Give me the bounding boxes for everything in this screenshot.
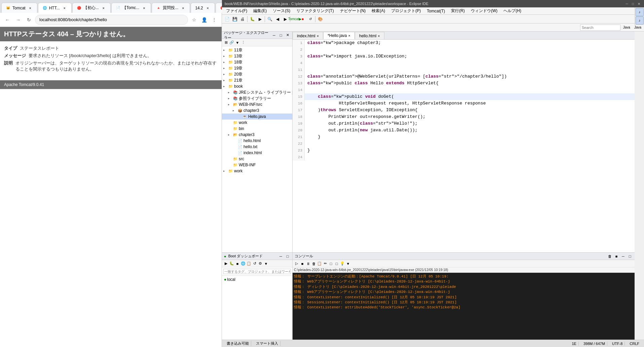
- browser-tab-tomcat[interactable]: 🐱 Tomcat ×: [1, 3, 37, 13]
- editor-tab[interactable]: hello.html×: [355, 32, 384, 39]
- close-tab-num[interactable]: ×: [205, 5, 211, 11]
- menu-search[interactable]: 検索(A): [369, 7, 388, 14]
- menu-tomcat[interactable]: Tomcat(T): [424, 8, 448, 14]
- tree-item[interactable]: ▸📁20章: [222, 71, 292, 77]
- tb-run[interactable]: ▶: [256, 15, 264, 23]
- tb-save[interactable]: 💾: [231, 15, 238, 23]
- tree-item[interactable]: ▸📚JREシステム・ライブラリー [JavaSE-14]: [222, 89, 292, 95]
- package-explorer-close[interactable]: ✕: [285, 33, 290, 38]
- tree-item[interactable]: ▸📂WEB-INF/src: [222, 101, 292, 107]
- boot-settings[interactable]: ⚙: [258, 261, 263, 266]
- tree-item[interactable]: 📄hello.txt: [222, 144, 292, 150]
- boot-run[interactable]: ▶: [223, 261, 229, 266]
- pkg-collapse[interactable]: ⊞: [223, 40, 229, 45]
- boot-more[interactable]: ▼: [263, 261, 269, 266]
- tree-item[interactable]: ▸📁book: [222, 83, 292, 89]
- tb-back[interactable]: ◀: [274, 15, 281, 23]
- pkg-menu[interactable]: ▼: [235, 40, 240, 45]
- menu-file[interactable]: ファイル(F): [223, 7, 250, 14]
- tree-item[interactable]: ▸📁13章: [222, 53, 292, 59]
- close-tab-tomcat2[interactable]: ×: [141, 5, 147, 11]
- minimize-button[interactable]: ─: [624, 1, 629, 6]
- close-editor-tab[interactable]: ×: [378, 34, 380, 38]
- boot-maximize[interactable]: □: [285, 254, 290, 259]
- perspective-java-1[interactable]: Java: [622, 24, 632, 31]
- console-tb-6[interactable]: ✏: [323, 261, 328, 266]
- package-explorer-maximize[interactable]: □: [278, 33, 283, 38]
- account-button[interactable]: 👤: [199, 15, 209, 25]
- tree-item[interactable]: ▸📦chapter3: [222, 107, 292, 114]
- tree-item[interactable]: 📁work: [222, 120, 292, 126]
- tree-item[interactable]: 📁WEB-INF: [222, 162, 292, 168]
- tb-palette[interactable]: 🎨: [316, 15, 324, 23]
- tree-item[interactable]: ▸📁work: [222, 168, 292, 174]
- tb-tomcat-stop[interactable]: ■: [299, 15, 306, 23]
- bookmark-button[interactable]: ☆: [189, 15, 199, 25]
- close-editor-tab[interactable]: ×: [317, 34, 319, 38]
- tb-new[interactable]: 📄: [223, 15, 231, 23]
- maximize-button[interactable]: □: [631, 1, 635, 6]
- editor-tab[interactable]: index.html×: [293, 32, 323, 39]
- menu-navigate[interactable]: ナビゲート(N): [337, 7, 369, 14]
- tree-item[interactable]: 📄index.html: [222, 150, 292, 156]
- console-clear[interactable]: 🗑: [607, 254, 612, 259]
- editor-tab[interactable]: *Hello.java×: [323, 32, 355, 39]
- tb-print[interactable]: 🖨: [239, 15, 246, 23]
- menu-refactor[interactable]: リファクタリング(T): [294, 7, 336, 14]
- console-tb-more[interactable]: ▼: [345, 261, 351, 266]
- close-tab-qa[interactable]: ×: [180, 5, 186, 11]
- menu-edit[interactable]: 編集(E): [251, 7, 269, 14]
- browser-tab-http[interactable]: 🌐 HTT... ×: [38, 3, 72, 13]
- console-tb-4[interactable]: 🗑: [311, 261, 316, 266]
- console-tb-2[interactable]: ■: [300, 261, 305, 266]
- boot-search-input[interactable]: [223, 269, 291, 274]
- address-bar[interactable]: [35, 15, 188, 25]
- close-tab-tomcat[interactable]: ×: [28, 5, 33, 11]
- tree-item[interactable]: ▸📁21章: [222, 77, 292, 83]
- reload-button[interactable]: ↻: [24, 15, 34, 25]
- tb-search[interactable]: 🔍: [266, 15, 273, 23]
- close-tab-faq[interactable]: ×: [101, 5, 106, 11]
- browser-tab-faq[interactable]: 🔴 【初心... ×: [72, 3, 111, 13]
- package-explorer-minimize[interactable]: ─: [271, 33, 277, 38]
- console-tb-7[interactable]: □: [328, 261, 334, 266]
- eclipse-search-input[interactable]: [580, 25, 620, 31]
- console-maximize[interactable]: □: [627, 254, 633, 259]
- tree-item[interactable]: 📁bin: [222, 126, 292, 132]
- console-tb-9[interactable]: 💡: [340, 261, 345, 266]
- tb-tomcat-start[interactable]: Tomcat▶: [291, 15, 299, 23]
- tree-item[interactable]: ▸📁19章: [222, 65, 292, 71]
- console-tb-1[interactable]: ▷: [294, 261, 299, 266]
- menu-help[interactable]: ヘルプ(H): [501, 7, 524, 14]
- tree-item[interactable]: ☕Hello.java: [222, 114, 292, 120]
- boot-debug[interactable]: 🐛: [229, 261, 234, 266]
- tree-item[interactable]: ▸📂chapter3: [222, 132, 292, 138]
- menu-window[interactable]: ウィンドウ(W): [468, 7, 500, 14]
- boot-console[interactable]: 📋: [246, 261, 252, 266]
- boot-local-item[interactable]: ● local: [223, 276, 292, 283]
- tree-item[interactable]: ▸📚参照ライブラリー: [222, 95, 292, 101]
- boot-open[interactable]: 🌐: [240, 261, 246, 266]
- close-tab-http[interactable]: ×: [62, 5, 67, 11]
- console-output[interactable]: 情報： サーブレットエンジンの起動：[Apache Tomcat/9.0.41]…: [293, 273, 635, 340]
- tree-item[interactable]: ▸📁11章: [222, 47, 292, 53]
- pkg-more[interactable]: ⋮: [240, 40, 246, 45]
- menu-source[interactable]: ソース(S): [270, 7, 293, 14]
- browser-tab-num[interactable]: 14.2 ×: [191, 3, 215, 13]
- more-button[interactable]: ⋮: [210, 15, 219, 25]
- console-tb-5[interactable]: 📋: [317, 261, 322, 266]
- console-minimize[interactable]: ─: [620, 254, 626, 259]
- forward-button[interactable]: →: [13, 15, 23, 25]
- tree-item[interactable]: ▸📁18章: [222, 59, 292, 65]
- close-button[interactable]: ✕: [637, 1, 641, 6]
- editor-code-content[interactable]: 1class="kw">package chapter3;23class="kw…: [293, 40, 635, 252]
- boot-minimize[interactable]: ─: [278, 254, 283, 259]
- tb-tomcat-restart[interactable]: ↺: [307, 15, 314, 23]
- browser-tab-tomcat2[interactable]: 📄 【Tomc... ×: [111, 3, 151, 13]
- console-terminate[interactable]: ■: [614, 254, 619, 259]
- menu-project[interactable]: プロジェクト(P): [388, 7, 423, 14]
- boot-refresh[interactable]: ↺: [252, 261, 257, 266]
- back-button[interactable]: ←: [3, 15, 12, 25]
- tb-forward[interactable]: ▶: [281, 15, 289, 23]
- console-tb-8[interactable]: □: [334, 261, 339, 266]
